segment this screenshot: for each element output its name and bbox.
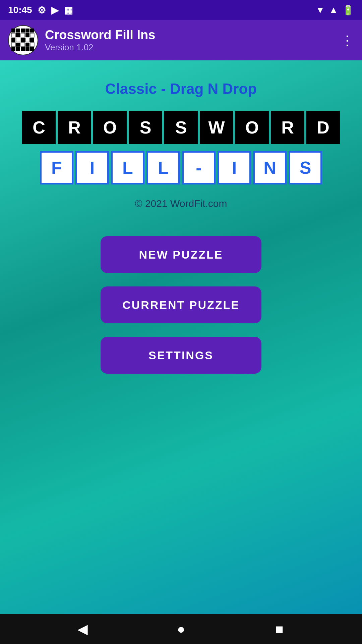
- svg-rect-4: [25, 29, 29, 33]
- main-content: Classic - Drag N Drop C R O S S W O R D …: [0, 60, 362, 614]
- svg-rect-22: [16, 47, 20, 51]
- back-button[interactable]: ◀: [69, 615, 96, 642]
- svg-rect-11: [11, 38, 15, 42]
- status-bar: 10:45 ⚙ ▶ ▦ ▼ ▲ 🔋: [0, 0, 362, 20]
- svg-rect-23: [21, 47, 25, 51]
- new-puzzle-button[interactable]: NEW PUZZLE: [101, 236, 261, 273]
- tile-C: C: [22, 111, 56, 144]
- svg-rect-10: [30, 33, 34, 37]
- status-time: 10:45: [8, 5, 32, 15]
- svg-rect-19: [25, 43, 29, 47]
- tile-W: W: [200, 111, 233, 144]
- svg-rect-25: [30, 47, 34, 51]
- svg-rect-12: [16, 38, 20, 42]
- crossword-tiles: C R O S S W O R D: [22, 111, 340, 144]
- current-puzzle-button[interactable]: CURRENT PUZZLE: [101, 286, 261, 323]
- app-title: Crossword Fill Ins: [45, 28, 155, 42]
- settings-icon: ⚙: [38, 5, 46, 16]
- tile-R2: R: [271, 111, 304, 144]
- tile-L2: L: [146, 151, 180, 184]
- tile-S1: S: [129, 111, 162, 144]
- svg-rect-3: [21, 29, 25, 33]
- app-bar: Crossword Fill Ins Version 1.02 ⋮: [0, 20, 362, 60]
- play-icon: ▶: [51, 5, 59, 16]
- subtitle: Classic - Drag N Drop: [105, 80, 257, 97]
- tile-R: R: [58, 111, 91, 144]
- tile-O2: O: [235, 111, 269, 144]
- copyright: © 2021 WordFit.com: [135, 198, 227, 209]
- tile-O1: O: [93, 111, 127, 144]
- home-button[interactable]: ●: [168, 615, 194, 642]
- wifi-icon: ▼: [316, 5, 325, 15]
- svg-rect-20: [30, 43, 34, 47]
- svg-rect-17: [16, 43, 20, 47]
- tile-D: D: [306, 111, 340, 144]
- svg-rect-2: [16, 29, 20, 33]
- recent-apps-button[interactable]: ■: [266, 615, 293, 642]
- tile-I2: I: [218, 151, 251, 184]
- svg-rect-21: [11, 47, 15, 51]
- svg-rect-24: [25, 47, 29, 51]
- more-options-icon[interactable]: ⋮: [341, 33, 354, 48]
- app-logo: [8, 25, 38, 55]
- tile-S: S: [289, 151, 322, 184]
- sim-icon: ▦: [64, 5, 73, 16]
- svg-rect-14: [25, 38, 29, 42]
- svg-rect-9: [25, 33, 29, 37]
- svg-rect-1: [11, 29, 15, 33]
- status-left: 10:45 ⚙ ▶ ▦: [8, 5, 73, 16]
- svg-rect-15: [30, 38, 34, 42]
- svg-rect-5: [30, 29, 34, 33]
- app-bar-left: Crossword Fill Ins Version 1.02: [8, 25, 155, 55]
- status-right: ▼ ▲ 🔋: [316, 5, 354, 16]
- tile-L1: L: [111, 151, 144, 184]
- settings-button[interactable]: SETTINGS: [101, 337, 261, 374]
- nav-bar: ◀ ● ■: [0, 614, 362, 644]
- signal-icon: ▲: [329, 5, 338, 15]
- tile-dash: -: [182, 151, 216, 184]
- tile-N: N: [253, 151, 287, 184]
- svg-rect-7: [16, 33, 20, 37]
- svg-rect-13: [21, 38, 25, 42]
- svg-rect-8: [21, 33, 25, 37]
- fillins-tiles: F I L L - I N S: [40, 151, 322, 184]
- svg-rect-16: [11, 43, 15, 47]
- tile-S2: S: [164, 111, 198, 144]
- svg-rect-6: [11, 33, 15, 37]
- tile-I: I: [75, 151, 109, 184]
- tile-F: F: [40, 151, 73, 184]
- battery-icon: 🔋: [342, 5, 354, 16]
- app-version: Version 1.02: [45, 42, 155, 53]
- app-title-block: Crossword Fill Ins Version 1.02: [45, 28, 155, 53]
- svg-rect-18: [21, 43, 25, 47]
